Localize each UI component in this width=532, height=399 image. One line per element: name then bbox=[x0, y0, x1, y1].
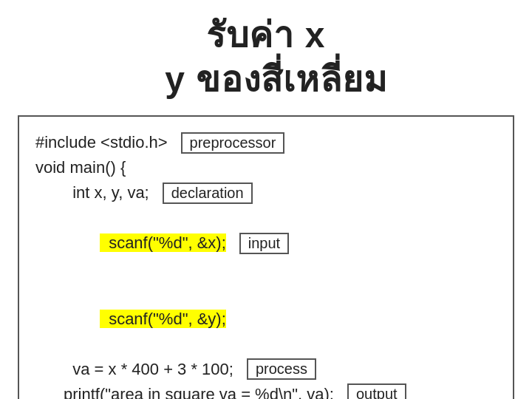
title-line1: รับค่า x bbox=[18, 13, 514, 58]
scanf-x-highlight: scanf("%d", &x); bbox=[100, 233, 226, 252]
code-scanf-x: scanf("%d", &x); bbox=[64, 205, 226, 281]
label-declaration: declaration bbox=[163, 183, 253, 204]
slide: รับค่า x y ของสี่เหลี่ยม #include <stdio… bbox=[0, 0, 532, 399]
scanf-y-highlight: scanf("%d", &y); bbox=[100, 310, 226, 328]
label-input: input bbox=[239, 233, 289, 254]
slide-title: รับค่า x y ของสี่เหลี่ยม bbox=[18, 13, 514, 102]
code-row-include: #include <stdio.h> preprocessor bbox=[35, 130, 497, 155]
code-row-output: printf("area in square va = %d\n", va); … bbox=[35, 382, 497, 399]
code-row-scanf-x: scanf("%d", &x); input bbox=[35, 205, 497, 281]
code-panel: #include <stdio.h> preprocessor void mai… bbox=[18, 115, 514, 399]
title-line2: y ของสี่เหลี่ยม bbox=[18, 58, 514, 102]
code-scanf-y: scanf("%d", &y); bbox=[64, 310, 226, 353]
label-process: process bbox=[247, 358, 316, 380]
code-process: va = x * 400 + 3 * 100; bbox=[64, 357, 233, 382]
code-row-process: va = x * 400 + 3 * 100; process bbox=[35, 357, 497, 382]
label-output: output bbox=[347, 383, 406, 399]
code-row-declaration: int x, y, va; declaration bbox=[35, 180, 497, 205]
code-row-scanf-y: scanf("%d", &y); bbox=[35, 282, 497, 357]
code-declaration: int x, y, va; bbox=[64, 180, 149, 205]
label-preprocessor: preprocessor bbox=[181, 132, 285, 154]
code-include: #include <stdio.h> bbox=[35, 130, 168, 155]
code-main: void main() { bbox=[35, 155, 497, 180]
code-printf: printf("area in square va = %d\n", va); bbox=[64, 382, 334, 399]
